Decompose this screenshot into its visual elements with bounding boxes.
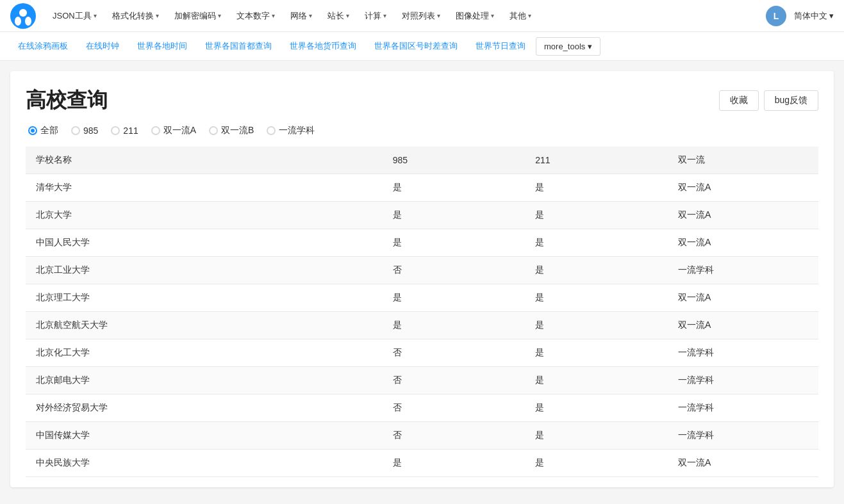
cell-type: 双一流A: [668, 202, 818, 229]
filter-985[interactable]: 985: [71, 126, 98, 136]
page-title: 高校查询: [26, 86, 108, 115]
nav-timezone[interactable]: 世界各国区号时差查询: [367, 35, 465, 57]
nav-currency[interactable]: 世界各地货币查询: [282, 35, 364, 57]
cell-university-name: 北京大学: [26, 202, 383, 229]
table-row: 中央民族大学是是双一流A: [26, 450, 818, 477]
cell-985: 是: [383, 202, 525, 229]
cell-university-name: 中央民族大学: [26, 450, 383, 477]
cell-985: 否: [383, 339, 525, 367]
nav-graffiti[interactable]: 在线涂鸦画板: [10, 35, 76, 57]
cell-985: 是: [383, 312, 525, 339]
cell-type: 一流学科: [668, 367, 818, 394]
cell-type: 双一流A: [668, 312, 818, 339]
cell-985: 是: [383, 284, 525, 312]
cell-type: 双一流A: [668, 229, 818, 257]
table-row: 北京大学是是双一流A: [26, 202, 818, 229]
collect-button[interactable]: 收藏: [719, 90, 759, 111]
svg-point-3: [25, 17, 31, 26]
cell-type: 一流学科: [668, 339, 818, 367]
nav-holidays[interactable]: 世界节日查询: [468, 35, 533, 57]
cell-211: 是: [525, 422, 668, 450]
more-tools-button[interactable]: more_tools ▾: [536, 37, 600, 56]
top-navigation: JSON工具 ▾ 格式化转换 ▾ 加解密编码 ▾ 文本数字 ▾ 网络 ▾ 站长 …: [0, 0, 844, 32]
radio-icon: [71, 126, 80, 135]
cell-type: 双一流A: [668, 284, 818, 312]
logo[interactable]: [10, 3, 36, 29]
col-header-type: 双一流: [668, 147, 818, 174]
chevron-down-icon: ▾: [528, 12, 531, 19]
nav-world-time[interactable]: 世界各地时间: [129, 35, 195, 57]
nav-image-processing[interactable]: 图像处理 ▾: [449, 6, 501, 26]
cell-university-name: 对外经济贸易大学: [26, 394, 383, 422]
nav-encode-decode[interactable]: 加解密编码 ▾: [168, 6, 228, 26]
cell-985: 是: [383, 229, 525, 257]
cell-985: 否: [383, 394, 525, 422]
cell-university-name: 北京航空航天大学: [26, 312, 383, 339]
table-row: 北京工业大学否是一流学科: [26, 257, 818, 284]
cell-211: 是: [525, 229, 668, 257]
cell-university-name: 清华大学: [26, 174, 383, 202]
cell-211: 是: [525, 284, 668, 312]
language-selector[interactable]: 简体中文 ▾: [794, 10, 834, 22]
table-row: 北京邮电大学否是一流学科: [26, 367, 818, 394]
radio-icon: [151, 126, 160, 135]
table-row: 北京航空航天大学是是双一流A: [26, 312, 818, 339]
cell-type: 双一流A: [668, 174, 818, 202]
radio-icon: [209, 126, 218, 135]
col-header-211: 211: [525, 147, 668, 174]
cell-university-name: 北京邮电大学: [26, 367, 383, 394]
page-header: 高校查询 收藏 bug反馈: [26, 86, 818, 115]
filter-all[interactable]: 全部: [28, 125, 58, 136]
svg-point-2: [15, 17, 21, 26]
cell-985: 否: [383, 367, 525, 394]
nav-capitals[interactable]: 世界各国首都查询: [197, 35, 279, 57]
cell-university-name: 北京化工大学: [26, 339, 383, 367]
radio-icon: [267, 126, 276, 135]
nav-format-convert[interactable]: 格式化转换 ▾: [106, 6, 165, 26]
nav-other[interactable]: 其他 ▾: [503, 6, 538, 26]
bug-feedback-button[interactable]: bug反馈: [764, 90, 818, 111]
table-row: 对外经济贸易大学否是一流学科: [26, 394, 818, 422]
top-nav-menu: JSON工具 ▾ 格式化转换 ▾ 加解密编码 ▾ 文本数字 ▾ 网络 ▾ 站长 …: [46, 6, 766, 26]
chevron-down-icon: ▾: [437, 12, 440, 19]
radio-icon: [111, 126, 120, 135]
chevron-down-icon: ▾: [383, 12, 386, 19]
cell-985: 否: [383, 257, 525, 284]
filter-211[interactable]: 211: [111, 126, 138, 136]
table-row: 中国人民大学是是双一流A: [26, 229, 818, 257]
nav-webmaster[interactable]: 站长 ▾: [321, 6, 356, 26]
chevron-down-icon: ▾: [588, 42, 592, 51]
chevron-down-icon: ▾: [829, 11, 834, 20]
filter-group: 全部 985 211 双一流A 双一流B 一流学科: [26, 125, 818, 136]
filter-first-class[interactable]: 一流学科: [267, 125, 315, 136]
filter-shuang-b[interactable]: 双一流B: [209, 125, 254, 136]
filter-shuang-a[interactable]: 双一流A: [151, 125, 196, 136]
second-navigation: 在线涂鸦画板 在线时钟 世界各地时间 世界各国首都查询 世界各地货币查询 世界各…: [0, 32, 844, 61]
cell-type: 一流学科: [668, 394, 818, 422]
nav-network[interactable]: 网络 ▾: [284, 6, 319, 26]
cell-university-name: 中国人民大学: [26, 229, 383, 257]
nav-comparison[interactable]: 对照列表 ▾: [395, 6, 447, 26]
col-header-name: 学校名称: [26, 147, 383, 174]
nav-text-number[interactable]: 文本数字 ▾: [230, 6, 281, 26]
chevron-down-icon: ▾: [346, 12, 349, 19]
cell-type: 双一流A: [668, 450, 818, 477]
cell-211: 是: [525, 202, 668, 229]
nav-json-tools[interactable]: JSON工具 ▾: [46, 6, 103, 26]
chevron-down-icon: ▾: [272, 12, 275, 19]
nav-calculate[interactable]: 计算 ▾: [358, 6, 393, 26]
content-card: 高校查询 收藏 bug反馈 全部 985 211 双一流A: [10, 71, 834, 487]
nav-clock[interactable]: 在线时钟: [78, 35, 127, 57]
university-table: 学校名称 985 211 双一流 清华大学是是双一流A北京大学是是双一流A中国人…: [26, 147, 818, 477]
cell-985: 是: [383, 450, 525, 477]
cell-university-name: 北京工业大学: [26, 257, 383, 284]
chevron-down-icon: ▾: [218, 12, 221, 19]
cell-211: 是: [525, 257, 668, 284]
table-row: 中国传媒大学否是一流学科: [26, 422, 818, 450]
radio-icon: [28, 126, 37, 135]
chevron-down-icon: ▾: [309, 12, 312, 19]
cell-211: 是: [525, 367, 668, 394]
svg-point-1: [19, 9, 27, 17]
page-actions: 收藏 bug反馈: [719, 90, 818, 111]
avatar[interactable]: L: [766, 6, 786, 26]
